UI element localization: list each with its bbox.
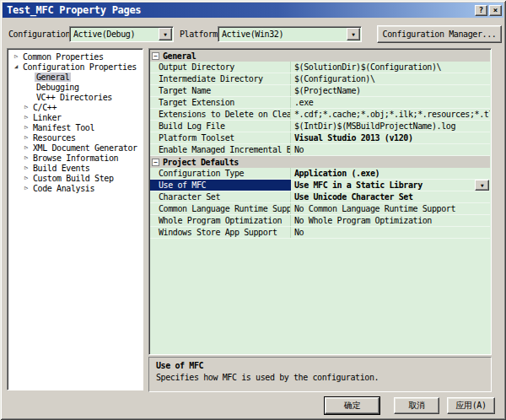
description-title: Use of MFC bbox=[156, 361, 484, 370]
help-button[interactable]: ? bbox=[475, 5, 487, 16]
property-value: $(ProjectName) bbox=[291, 85, 490, 96]
property-value: Use MFC in a Static Library ▼ bbox=[291, 180, 490, 191]
property-value: No bbox=[291, 144, 490, 155]
platform-combobox-value: Active(Win32) bbox=[222, 30, 283, 39]
property-label: Output Directory bbox=[150, 62, 291, 73]
row-windows-store-app-support[interactable]: Windows Store App Support No bbox=[150, 227, 490, 239]
tree-item-vc-directories[interactable]: VC++ Directories bbox=[8, 92, 143, 102]
apply-button[interactable]: 应用(A) bbox=[447, 397, 495, 414]
titlebar[interactable]: Test_MFC Property Pages ? × bbox=[3, 3, 503, 18]
tree-item-configuration-properties[interactable]: ◢ Configuration Properties bbox=[8, 62, 143, 72]
chevron-down-icon[interactable]: ▼ bbox=[475, 180, 489, 191]
property-label: Target Name bbox=[150, 85, 291, 96]
tree-collapsed-icon[interactable]: ▷ bbox=[21, 164, 31, 171]
row-output-directory[interactable]: Output Directory $(SolutionDir)$(Configu… bbox=[150, 62, 490, 73]
tree-item-label: Configuration Properties bbox=[21, 62, 138, 72]
tree-item-label: Manifest Tool bbox=[31, 123, 96, 132]
property-value-text: Use MFC in a Static Library bbox=[294, 180, 423, 190]
tree-item-build-events[interactable]: ▷ Build Events bbox=[8, 163, 143, 173]
property-value: Application (.exe) bbox=[291, 168, 490, 179]
tree-item-label: Common Properties bbox=[21, 52, 105, 62]
tree-item-label: XML Document Generator bbox=[31, 143, 139, 153]
row-intermediate-directory[interactable]: Intermediate Directory $(Configuration)\ bbox=[150, 73, 490, 85]
close-button[interactable]: × bbox=[489, 5, 502, 16]
property-value: .exe bbox=[291, 97, 490, 108]
description-text: Specifies how MFC is used by the configu… bbox=[156, 373, 484, 382]
row-configuration-type[interactable]: Configuration Type Application (.exe) bbox=[150, 168, 490, 180]
grid-section-title: Project Defaults bbox=[163, 158, 239, 167]
tree-item-label: Resources bbox=[31, 133, 78, 143]
chevron-down-icon[interactable]: ▼ bbox=[159, 28, 172, 40]
grid-section-project-defaults[interactable]: − Project Defaults bbox=[150, 156, 490, 168]
collapse-box-icon[interactable]: − bbox=[152, 52, 159, 60]
row-platform-toolset[interactable]: Platform Toolset Visual Studio 2013 (v12… bbox=[150, 132, 490, 144]
tree-item-browse-information[interactable]: ▷ Browse Information bbox=[8, 153, 143, 163]
tree-item-common-properties[interactable]: ▷ Common Properties bbox=[8, 51, 143, 62]
row-common-language-runtime-support[interactable]: Common Language Runtime Suppor No Common… bbox=[150, 203, 490, 215]
tree-item-custom-build-step[interactable]: ▷ Custom Build Step bbox=[8, 173, 143, 183]
property-label: Build Log File bbox=[150, 121, 291, 132]
property-label: Whole Program Optimization bbox=[150, 215, 291, 226]
ok-button[interactable]: 确定 bbox=[325, 397, 380, 414]
tree-expanded-icon[interactable]: ◢ bbox=[11, 63, 21, 70]
row-character-set[interactable]: Character Set Use Unicode Character Set bbox=[150, 191, 490, 203]
tree-collapsed-icon[interactable]: ▷ bbox=[21, 154, 31, 161]
description-panel: Use of MFC Specifies how MFC is used by … bbox=[148, 357, 492, 392]
tree-collapsed-icon[interactable]: ▷ bbox=[21, 104, 31, 110]
tree-item-manifest-tool[interactable]: ▷ Manifest Tool bbox=[8, 122, 143, 132]
tree-item-label: Custom Build Step bbox=[31, 174, 116, 183]
tree-item-label: General bbox=[35, 73, 71, 82]
category-tree: ▷ Common Properties ◢ Configuration Prop… bbox=[7, 48, 143, 390]
grid-section-title: General bbox=[163, 51, 196, 61]
row-build-log-file[interactable]: Build Log File $(IntDir)$(MSBuildProject… bbox=[150, 121, 490, 132]
tree-item-label: C/C++ bbox=[31, 103, 58, 112]
property-value: $(Configuration)\ bbox=[291, 73, 490, 84]
tree-item-label: Debugging bbox=[35, 83, 81, 92]
tree-collapsed-icon[interactable]: ▷ bbox=[21, 134, 31, 141]
property-value: $(SolutionDir)$(Configuration)\ bbox=[291, 62, 490, 73]
row-target-name[interactable]: Target Name $(ProjectName) bbox=[150, 85, 490, 97]
collapse-box-icon[interactable]: − bbox=[152, 159, 159, 166]
configuration-manager-button[interactable]: Configuration Manager... bbox=[377, 25, 502, 43]
row-whole-program-optimization[interactable]: Whole Program Optimization No Whole Prog… bbox=[150, 215, 490, 227]
grid-section-general[interactable]: − General bbox=[150, 50, 490, 62]
tree-collapsed-icon[interactable]: ▷ bbox=[21, 114, 31, 121]
window-title: Test_MFC Property Pages bbox=[7, 4, 141, 16]
tree-collapsed-icon[interactable]: ▷ bbox=[21, 144, 31, 151]
row-target-extension[interactable]: Target Extension .exe bbox=[150, 97, 490, 109]
row-enable-managed-incremental-build[interactable]: Enable Managed Incremental Bui No bbox=[150, 144, 490, 156]
tree-collapsed-icon[interactable]: ▷ bbox=[21, 175, 31, 181]
property-label: Intermediate Directory bbox=[150, 73, 291, 84]
property-value: *.cdf;*.cache;*.obj;*.ilk;*.resources;*.… bbox=[291, 109, 490, 120]
tree-item-code-analysis[interactable]: ▷ Code Analysis bbox=[8, 183, 143, 193]
property-label: Extensions to Delete on Clean bbox=[150, 109, 291, 120]
tree-item-debugging[interactable]: Debugging bbox=[8, 82, 143, 92]
tree-item-resources[interactable]: ▷ Resources bbox=[8, 132, 143, 143]
row-use-of-mfc[interactable]: Use of MFC Use MFC in a Static Library ▼ bbox=[150, 180, 490, 191]
tree-collapsed-icon[interactable]: ▷ bbox=[21, 185, 31, 191]
property-value: Visual Studio 2013 (v120) bbox=[291, 132, 490, 143]
tree-item-c-cpp[interactable]: ▷ C/C++ bbox=[8, 102, 143, 112]
tree-item-label: Build Events bbox=[31, 164, 91, 173]
property-value: $(IntDir)$(MSBuildProjectName).log bbox=[291, 121, 490, 132]
property-value: Use Unicode Character Set bbox=[291, 191, 490, 202]
configuration-combobox[interactable]: Active(Debug) ▼ bbox=[69, 26, 174, 42]
property-label: Windows Store App Support bbox=[150, 227, 291, 238]
chevron-down-icon[interactable]: ▼ bbox=[347, 28, 360, 40]
row-extensions-to-delete[interactable]: Extensions to Delete on Clean *.cdf;*.ca… bbox=[150, 109, 490, 121]
tree-item-label: Browse Information bbox=[31, 153, 120, 163]
property-label: Character Set bbox=[150, 191, 291, 202]
tree-collapsed-icon[interactable]: ▷ bbox=[21, 124, 31, 131]
property-label: Use of MFC bbox=[150, 180, 291, 191]
platform-label: Platform: bbox=[180, 30, 223, 39]
tree-item-linker[interactable]: ▷ Linker bbox=[8, 112, 143, 122]
tree-collapsed-icon[interactable]: ▷ bbox=[11, 53, 21, 60]
platform-combobox[interactable]: Active(Win32) ▼ bbox=[218, 26, 362, 42]
cancel-button[interactable]: 取消 bbox=[394, 397, 439, 414]
property-grid: − General Output Directory $(SolutionDir… bbox=[148, 48, 492, 355]
configuration-combobox-value: Active(Debug) bbox=[73, 30, 135, 39]
tree-item-general[interactable]: General bbox=[8, 72, 143, 82]
property-label: Configuration Type bbox=[150, 168, 291, 179]
tree-item-xml-document-generator[interactable]: ▷ XML Document Generator bbox=[8, 143, 143, 153]
property-value: No Common Language Runtime Support bbox=[291, 203, 490, 214]
